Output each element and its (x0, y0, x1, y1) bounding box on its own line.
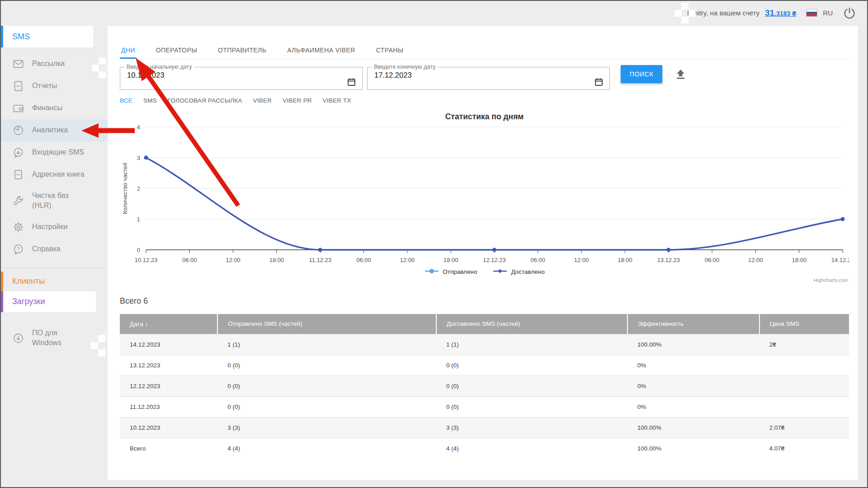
table-cell (760, 355, 849, 375)
start-date-input[interactable] (120, 70, 324, 80)
table-cell: 4 (4) (217, 438, 436, 459)
tab-альфаимена-viber[interactable]: АЛЬФАИМЕНА VIBER (286, 46, 357, 59)
table-cell: 11.12.2023 (120, 396, 217, 417)
sidebar-section-downloads-label: Загрузки (12, 297, 45, 306)
table-row: 12.12.20230 (0)0 (0)0% (120, 375, 849, 396)
sidebar-menu: РассылкаОтчетыФинансыАналитикаВходящие S… (0, 53, 108, 260)
end-date-field[interactable]: Введите конечную дату (367, 64, 610, 90)
column-header-5[interactable]: Цена SMS (760, 314, 849, 334)
pixel-decoration (92, 57, 106, 78)
sidebar-section-clients[interactable]: Клиенты (0, 272, 108, 291)
search-button[interactable]: ПОИСК (621, 65, 662, 83)
svg-text:?: ? (17, 246, 20, 252)
table-cell: 0% (627, 355, 760, 375)
sidebar-item-label: Входящие SMS (32, 147, 87, 157)
circle-marker-icon (424, 268, 439, 276)
table-cell: 14.12.2023 (120, 334, 217, 355)
sidebar-item-spravka[interactable]: ?Справка (0, 238, 108, 260)
column-header-label: Дата (130, 321, 143, 328)
svg-text:1: 1 (137, 216, 140, 223)
address-book-icon (12, 169, 24, 181)
sidebar-section-sms[interactable]: SMS (0, 26, 93, 47)
sidebar-item-analitika[interactable]: Аналитика (0, 119, 108, 141)
sidebar-item-otchety[interactable]: Отчеты (0, 75, 108, 97)
sidebar-item-finansy[interactable]: Финансы (0, 97, 108, 119)
svg-text:14.12.23: 14.12.23 (831, 257, 849, 263)
end-date-label: Введите конечную дату (372, 64, 438, 70)
column-header-1[interactable]: Дата ↓ (120, 314, 217, 334)
pixel-decoration (91, 335, 105, 357)
channel-tab-viber-pr[interactable]: VIBER PR (283, 97, 312, 104)
svg-text:12.12.23: 12.12.23 (483, 257, 506, 263)
wrench-icon (12, 195, 24, 207)
balance-link[interactable]: 31,3183 ₴ (765, 8, 796, 18)
end-date-input[interactable] (368, 70, 571, 80)
channel-tab-все[interactable]: ВСЕ (120, 97, 132, 104)
main-panel: ДНИОПЕРАТОРЫОТПРАВИТЕЛЬАЛЬФАИМЕНА VIBERС… (108, 26, 858, 480)
channel-tab-голосовая-рассылка[interactable]: ГОЛОСОВАЯ РАССЫЛКА (168, 97, 242, 104)
table-cell: 13.12.2023 (120, 355, 217, 375)
column-header-2[interactable]: Отправлено SMS (частей) (217, 314, 436, 334)
sidebar-item-nastroyki[interactable]: Настройки (0, 216, 108, 238)
svg-text:18:00: 18:00 (618, 257, 632, 263)
svg-text:12:00: 12:00 (574, 257, 589, 263)
tab-операторы[interactable]: ОПЕРАТОРЫ (155, 46, 198, 59)
svg-text:11.12.23: 11.12.23 (309, 257, 331, 263)
column-header-3[interactable]: Доставлено SMS (частей) (436, 314, 627, 334)
logout-power-icon[interactable] (843, 6, 856, 20)
table-cell: 3 (3) (436, 417, 627, 438)
table-cell: 0% (627, 375, 760, 396)
total-count-heading: Всего 6 (120, 296, 858, 306)
channel-tab-sms[interactable]: SMS (143, 97, 157, 104)
sidebar-section-downloads[interactable]: Загрузки (0, 291, 96, 312)
sidebar-item-label: Справка (32, 244, 87, 254)
svg-text:06:00: 06:00 (705, 257, 720, 263)
table-cell: 4.07₴ (760, 438, 849, 459)
column-header-4[interactable]: Эффективность (627, 314, 760, 334)
legend-label: Отправлено (443, 268, 477, 275)
sidebar-item-label: Адресная книга (32, 169, 87, 179)
sidebar-item-label: Настройки (32, 222, 87, 232)
svg-text:3: 3 (137, 155, 140, 161)
tab-отправитель[interactable]: ОТПРАВИТЕЛЬ (217, 46, 268, 59)
highcharts-credit: Highcharts.com (814, 277, 848, 283)
language-label[interactable]: RU (823, 9, 833, 17)
channel-tab-viber-tx[interactable]: VIBER TX (323, 97, 351, 104)
column-header-label: Эффективность (638, 320, 684, 327)
chart-panel: Статистика по дням 0123410.12.2306:0012:… (120, 112, 849, 276)
svg-text:06:00: 06:00 (531, 257, 546, 263)
sidebar-item-adresnaya-kniga[interactable]: Адресная книга (0, 164, 108, 186)
balance-main: 31 (765, 8, 774, 18)
legend-item-отправлено[interactable]: Отправлено (424, 268, 477, 276)
svg-text:06:00: 06:00 (182, 257, 197, 263)
svg-text:4: 4 (137, 124, 140, 131)
table-cell: 10.12.2023 (120, 417, 217, 438)
envelope-icon (12, 58, 24, 70)
start-date-field[interactable]: Введите начальную дату (120, 64, 363, 90)
svg-text:13.12.23: 13.12.23 (657, 257, 680, 263)
table-cell: 0 (0) (436, 355, 627, 375)
sidebar-item-label: Финансы (32, 103, 87, 113)
table-cell: 0 (0) (436, 375, 627, 396)
calendar-icon[interactable] (594, 77, 604, 89)
tab-дни[interactable]: ДНИ (120, 46, 137, 59)
tab-страны[interactable]: СТРАНЫ (375, 46, 405, 59)
sidebar-item-vhodyashchie-sms[interactable]: Входящие SMS (0, 141, 108, 164)
legend-item-доставлено[interactable]: Доставлено (492, 268, 544, 276)
chart-legend: ОтправленоДоставлено (120, 268, 849, 276)
table-cell: 0 (0) (436, 396, 627, 417)
pie-chart-icon (12, 124, 24, 136)
start-date-label: Введите начальную дату (124, 64, 194, 70)
calendar-icon[interactable] (347, 77, 356, 89)
gear-icon (12, 221, 24, 233)
export-upload-icon[interactable] (675, 68, 687, 82)
channel-tab-viber[interactable]: VIBER (253, 97, 272, 104)
table-cell: 2.07₴ (760, 417, 849, 438)
table-row: Всего4 (4)4 (4)100.00%4.07₴ (120, 438, 849, 459)
legend-label: Доставлено (511, 268, 544, 275)
diamond-marker-icon (492, 268, 508, 276)
sidebar-item-chistka-baz-hlr[interactable]: Чистка баз (HLR) (0, 186, 108, 216)
svg-text:18:00: 18:00 (269, 257, 284, 263)
help-bubble-icon: ? (12, 243, 24, 255)
russian-flag-icon[interactable] (806, 9, 817, 17)
